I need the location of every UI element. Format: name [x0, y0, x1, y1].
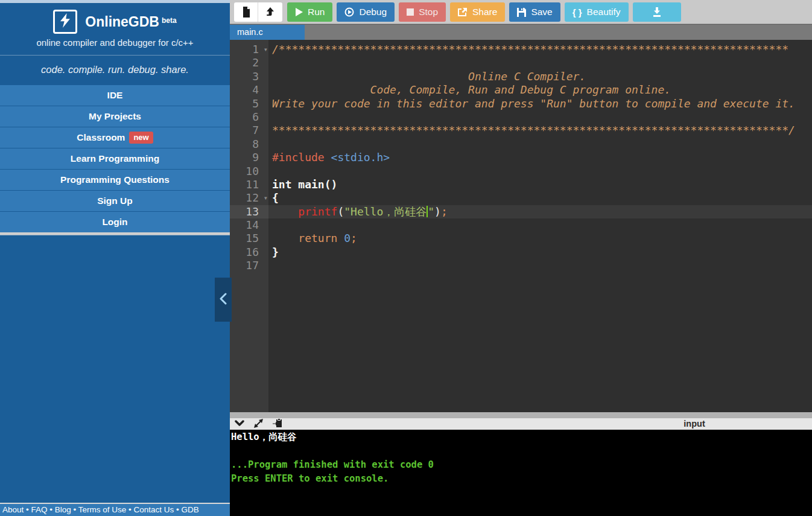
braces-icon: { }	[573, 7, 582, 18]
fold-toggle-icon[interactable]: ▾	[264, 43, 268, 56]
share-icon	[458, 7, 468, 17]
onlinegdb-logo[interactable]	[53, 10, 77, 34]
code-line[interactable]	[268, 138, 812, 151]
line-number[interactable]: 6	[230, 110, 268, 124]
expand-icon	[254, 419, 263, 430]
hide-console-button[interactable]	[235, 419, 244, 429]
sidebar-item-programming-questions[interactable]: Programming Questions	[0, 169, 230, 190]
upload-icon	[265, 7, 276, 18]
run-button[interactable]: Run	[287, 2, 332, 22]
console-line: ...Program finished with exit code 0	[231, 458, 811, 472]
code-line[interactable]: ****************************************…	[268, 124, 812, 137]
new-file-button[interactable]	[234, 2, 258, 22]
code-editor[interactable]: 1▾23456789101112▾1314151617 /***********…	[230, 40, 812, 412]
code-token: printf	[298, 205, 337, 218]
footer-link-terms-of-use[interactable]: Terms of Use	[78, 505, 127, 514]
download-button[interactable]	[633, 2, 681, 22]
sidebar-item-sign-up[interactable]: Sign Up	[0, 190, 230, 211]
code-line[interactable]	[268, 218, 812, 232]
line-number[interactable]: 2	[230, 56, 268, 69]
code-token: int main()	[272, 178, 337, 191]
file-icon	[241, 7, 251, 18]
sidebar-item-my-projects[interactable]: My Projects	[0, 106, 230, 127]
console-line: Hello，尚硅谷	[231, 430, 811, 444]
debug-button[interactable]: Debug	[337, 2, 395, 22]
code-line[interactable]: }	[268, 246, 812, 259]
line-number[interactable]: 9	[230, 151, 268, 164]
line-number[interactable]: 10	[230, 165, 268, 178]
app-subtitle: online compiler and debugger for c/c++	[0, 37, 230, 48]
line-number[interactable]: 11	[230, 178, 268, 191]
onlinegdb-app: OnlineGDBbeta online compiler and debugg…	[0, 0, 812, 516]
code-line[interactable]	[268, 110, 812, 124]
app-title: OnlineGDB	[85, 14, 159, 30]
code-line[interactable]: {	[268, 191, 812, 205]
code-content[interactable]: /***************************************…	[268, 40, 812, 412]
line-number[interactable]: 1▾	[230, 43, 268, 56]
code-token: }	[272, 246, 279, 258]
code-token: {	[272, 191, 279, 204]
upload-button[interactable]	[258, 2, 282, 22]
sidebar-item-classroom[interactable]: Classroomnew	[0, 127, 230, 148]
menu-endcap	[0, 232, 230, 235]
beautify-button[interactable]: { } Beautify	[565, 2, 629, 22]
save-label: Save	[531, 7, 552, 18]
line-number[interactable]: 13	[230, 205, 268, 218]
debug-play-circle-icon	[344, 7, 354, 17]
code-line[interactable]	[268, 165, 812, 178]
line-number[interactable]: 8	[230, 138, 268, 151]
line-number[interactable]: 4	[230, 83, 268, 97]
toolbar: Run Debug Stop Share Save { } Beautify	[230, 0, 812, 24]
footer-link-contact-us[interactable]: Contact Us	[134, 505, 174, 514]
paste-input-button[interactable]	[273, 419, 282, 429]
maximize-console-button[interactable]	[254, 419, 263, 429]
code-line[interactable]: return 0;	[268, 232, 812, 245]
code-line[interactable]	[268, 259, 812, 272]
code-line[interactable]: printf("Hello，尚硅谷");	[268, 205, 812, 218]
brand-header: OnlineGDBbeta online compiler and debugg…	[0, 3, 230, 55]
input-label[interactable]: input	[673, 418, 715, 430]
code-token: "	[428, 205, 434, 218]
footer-link-about[interactable]: About	[2, 505, 24, 514]
stop-button[interactable]: Stop	[399, 2, 446, 22]
code-token	[337, 232, 344, 244]
console-output[interactable]: Hello，尚硅谷 ...Program finished with exit …	[230, 430, 812, 516]
line-number[interactable]: 7	[230, 124, 268, 137]
sidebar-item-login[interactable]: Login	[0, 211, 230, 232]
line-number[interactable]: 16	[230, 246, 268, 259]
code-line[interactable]: Write your code in this editor and press…	[268, 97, 812, 110]
menu-item-label: Sign Up	[97, 196, 133, 206]
sidebar-item-ide[interactable]: IDE	[0, 84, 230, 106]
line-number[interactable]: 3	[230, 70, 268, 83]
line-number[interactable]: 12▾	[230, 191, 268, 205]
console-line: Press ENTER to exit console.	[231, 472, 811, 486]
code-line[interactable]: /***************************************…	[268, 43, 812, 56]
line-number[interactable]: 15	[230, 232, 268, 245]
sidebar-collapse-handle[interactable]	[215, 278, 232, 322]
code-token: ;	[441, 205, 448, 218]
menu-item-label: Programming Questions	[60, 174, 170, 185]
save-button[interactable]: Save	[509, 2, 560, 22]
code-line[interactable]: #include <stdio.h>	[268, 151, 812, 164]
code-line[interactable]: Code, Compile, Run and Debug C program o…	[268, 83, 812, 97]
line-number[interactable]: 5	[230, 97, 268, 110]
footer-link-gdb[interactable]: GDB	[182, 505, 199, 514]
console-toolbar: input	[230, 418, 812, 430]
line-number[interactable]: 17	[230, 259, 268, 272]
footer-link-blog[interactable]: Blog	[55, 505, 71, 514]
line-number[interactable]: 14	[230, 218, 268, 232]
tab-main-c[interactable]: main.c	[230, 25, 305, 40]
code-line[interactable]: Online C Compiler.	[268, 70, 812, 83]
beta-badge: beta	[162, 16, 177, 25]
code-line[interactable]	[268, 56, 812, 69]
footer-link-faq[interactable]: FAQ	[31, 505, 48, 514]
sidebar-item-learn-programming[interactable]: Learn Programming	[0, 148, 230, 169]
code-line[interactable]: int main()	[268, 178, 812, 191]
tagline: code. compile. run. debug. share.	[0, 55, 230, 84]
console-splitter[interactable]	[230, 412, 812, 418]
sidebar: OnlineGDBbeta online compiler and debugg…	[0, 0, 230, 516]
menu-item-label: Learn Programming	[71, 153, 159, 164]
code-token: <stdio.h>	[331, 151, 390, 164]
share-button[interactable]: Share	[450, 2, 505, 22]
fold-toggle-icon[interactable]: ▾	[264, 191, 268, 205]
